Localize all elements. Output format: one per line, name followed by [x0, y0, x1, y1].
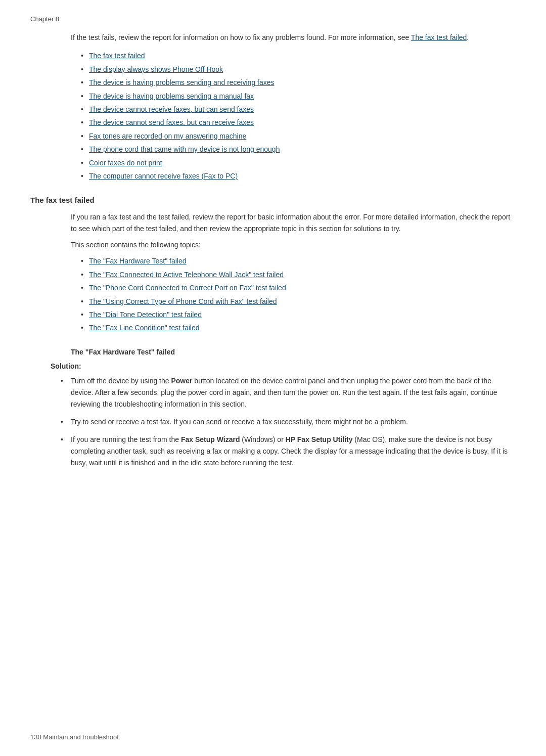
- hardware-test-heading: The "Fax Hardware Test" failed: [71, 348, 516, 356]
- link-color-faxes-not-print[interactable]: Color faxes do not print: [89, 159, 162, 167]
- list-item: The "Using Correct Type of Phone Cord wi…: [81, 296, 516, 307]
- list-item: Color faxes do not print: [81, 157, 516, 168]
- list-item: The "Phone Cord Connected to Correct Por…: [81, 282, 516, 293]
- intro-text-before: If the test fails, review the report for…: [71, 33, 411, 41]
- solution-item-2: Try to send or receive a test fax. If yo…: [61, 416, 516, 428]
- link-computer-cannot-receive[interactable]: The computer cannot receive faxes (Fax t…: [89, 172, 238, 180]
- list-item: The "Fax Hardware Test" failed: [81, 255, 516, 266]
- chapter-label: Chapter 8: [30, 15, 516, 23]
- link-sending-receiving-faxes[interactable]: The device is having problems sending an…: [89, 78, 275, 86]
- link-dial-tone-test-failed[interactable]: The "Dial Tone Detection" test failed: [89, 310, 202, 319]
- list-item: The device cannot send faxes, but can re…: [81, 117, 516, 128]
- list-item: The computer cannot receive faxes (Fax t…: [81, 170, 516, 182]
- link-phone-cord-not-long[interactable]: The phone cord that came with my device …: [89, 145, 280, 153]
- link-hardware-test-failed[interactable]: The "Fax Hardware Test" failed: [89, 257, 187, 265]
- intro-paragraph: If the test fails, review the report for…: [71, 32, 516, 43]
- list-item: The device is having problems sending a …: [81, 91, 516, 102]
- list-item: The "Dial Tone Detection" test failed: [81, 309, 516, 320]
- link-cannot-send-faxes[interactable]: The device cannot send faxes, but can re…: [89, 118, 254, 126]
- bold-power: Power: [171, 377, 192, 385]
- list-item: The phone cord that came with my device …: [81, 144, 516, 155]
- footer-label: 130 Maintain and troubleshoot: [30, 733, 119, 741]
- bold-fax-setup-wizard: Fax Setup Wizard: [181, 435, 240, 443]
- list-item: The device is having problems sending an…: [81, 77, 516, 88]
- list-item: The fax test failed: [81, 50, 516, 61]
- section-fax-test-failed-body: If you ran a fax test and the test faile…: [71, 211, 516, 334]
- link-fax-line-condition-failed[interactable]: The "Fax Line Condition" test failed: [89, 324, 200, 332]
- sub-links-list: The "Fax Hardware Test" failed The "Fax …: [81, 255, 516, 333]
- solution-heading: Solution:: [51, 362, 516, 370]
- section-fax-test-failed-heading: The fax test failed: [30, 196, 516, 204]
- link-correct-type-test-failed[interactable]: The "Using Correct Type of Phone Cord wi…: [89, 297, 277, 305]
- link-fax-tones-answering-machine[interactable]: Fax tones are recorded on my answering m…: [89, 132, 246, 140]
- list-item: Fax tones are recorded on my answering m…: [81, 130, 516, 142]
- solution-item-1: Turn off the device by using the Power b…: [61, 375, 516, 410]
- section-fax-para1: If you ran a fax test and the test faile…: [71, 211, 516, 234]
- list-item: The "Fax Line Condition" test failed: [81, 322, 516, 333]
- link-wall-jack-test-failed[interactable]: The "Fax Connected to Active Telephone W…: [89, 271, 284, 279]
- intro-link[interactable]: The fax test failed: [411, 33, 467, 41]
- list-item: The display always shows Phone Off Hook: [81, 64, 516, 75]
- list-item: The device cannot receive faxes, but can…: [81, 104, 516, 115]
- section-fax-para2: This section contains the following topi…: [71, 239, 516, 250]
- link-fax-test-failed[interactable]: The fax test failed: [89, 52, 145, 60]
- section-fax-test-failed: The fax test failed If you ran a fax tes…: [30, 196, 516, 334]
- link-port-test-failed[interactable]: The "Phone Cord Connected to Correct Por…: [89, 284, 286, 292]
- intro-text-end: .: [467, 33, 469, 41]
- section-hardware-test: The "Fax Hardware Test" failed Solution:…: [30, 348, 516, 469]
- solution-item-3: If you are running the test from the Fax…: [61, 434, 516, 469]
- link-cannot-receive-faxes[interactable]: The device cannot receive faxes, but can…: [89, 105, 254, 113]
- list-item: The "Fax Connected to Active Telephone W…: [81, 269, 516, 280]
- solution-list: Turn off the device by using the Power b…: [61, 375, 516, 469]
- bold-hp-fax-setup-utility: HP Fax Setup Utility: [286, 435, 353, 443]
- link-sending-manual-fax[interactable]: The device is having problems sending a …: [89, 92, 254, 100]
- top-links-list: The fax test failed The display always s…: [81, 50, 516, 182]
- link-display-phone-off-hook[interactable]: The display always shows Phone Off Hook: [89, 65, 223, 73]
